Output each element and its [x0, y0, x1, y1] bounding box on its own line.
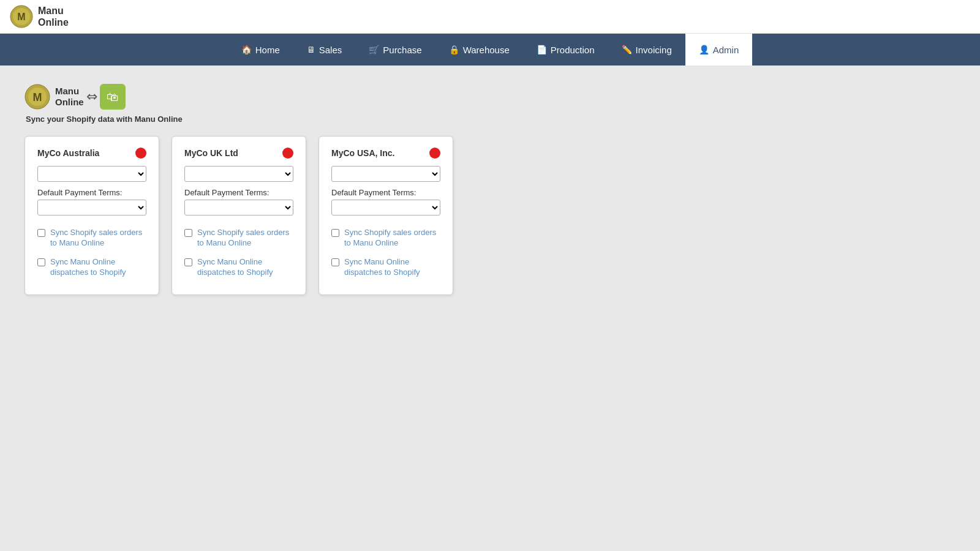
shopify-icon: 🛍 [100, 84, 126, 110]
invoicing-icon: ✏️ [622, 45, 632, 54]
checkbox-item-2b: Sync Manu Online dispatches to Shopify [184, 257, 293, 278]
card-myco-uk: MyCo UK Ltd Default Payment Terms: Sync … [172, 136, 306, 295]
checkbox-group-usa: Sync Shopify sales orders to Manu Online… [331, 228, 440, 278]
checkbox-group-uk: Sync Shopify sales orders to Manu Online… [184, 228, 293, 278]
card-header-australia: MyCo Australia [37, 148, 146, 159]
nav-item-sales[interactable]: 🖥 Sales [293, 34, 356, 66]
payment-terms-label-usa: Default Payment Terms: [331, 188, 440, 197]
card-myco-usa: MyCo USA, Inc. Default Payment Terms: Sy… [318, 136, 453, 295]
sync-arrows-icon: ⇔ [86, 89, 97, 105]
home-icon: 🏠 [241, 45, 252, 54]
status-dot-usa [429, 148, 440, 159]
card-header-usa: MyCo USA, Inc. [331, 148, 440, 159]
nav-item-warehouse[interactable]: 🔒 Warehouse [435, 34, 523, 66]
checkbox-label-sync-dispatches-usa[interactable]: Sync Manu Online dispatches to Shopify [344, 257, 440, 278]
status-dot-uk [282, 148, 293, 159]
card-title-uk: MyCo UK Ltd [184, 148, 238, 158]
nav-label-home: Home [255, 45, 280, 55]
checkbox-item-1c: Sync Shopify sales orders to Manu Online [331, 228, 440, 249]
card-header-uk: MyCo UK Ltd [184, 148, 293, 159]
dropdown1-usa[interactable] [331, 166, 440, 182]
status-dot-australia [135, 148, 146, 159]
checkbox-label-sync-dispatches-uk[interactable]: Sync Manu Online dispatches to Shopify [197, 257, 293, 278]
sync-intro: M ManuOnline ⇔ 🛍 Sync your Shopify data … [24, 84, 956, 124]
checkbox-sync-dispatches-australia[interactable] [37, 258, 45, 266]
nav-label-invoicing: Invoicing [636, 45, 672, 55]
sales-icon: 🖥 [307, 45, 315, 54]
checkbox-sync-orders-usa[interactable] [331, 229, 339, 237]
nav-bar: 🏠 Home 🖥 Sales 🛒 Purchase 🔒 Warehouse 📄 … [0, 34, 980, 66]
svg-text:M: M [17, 12, 25, 22]
checkbox-sync-orders-uk[interactable] [184, 229, 192, 237]
checkbox-group-australia: Sync Shopify sales orders to Manu Online… [37, 228, 146, 278]
checkbox-item-1b: Sync Shopify sales orders to Manu Online [184, 228, 293, 249]
checkbox-sync-dispatches-uk[interactable] [184, 258, 192, 266]
svg-text:M: M [33, 91, 42, 103]
nav-label-admin: Admin [713, 45, 739, 55]
logo-icon: M [10, 5, 33, 28]
checkbox-sync-dispatches-usa[interactable] [331, 258, 339, 266]
checkbox-item-2c: Sync Manu Online dispatches to Shopify [331, 257, 440, 278]
sync-icons-row: M ManuOnline ⇔ 🛍 [24, 84, 956, 110]
manu-logo-small-text: ManuOnline [55, 86, 84, 108]
logo-container: M Manu Online [10, 5, 69, 28]
checkbox-sync-orders-australia[interactable] [37, 229, 45, 237]
checkbox-label-sync-dispatches-australia[interactable]: Sync Manu Online dispatches to Shopify [50, 257, 146, 278]
sync-subtitle: Sync your Shopify data with Manu Online [26, 114, 956, 124]
payment-terms-label-uk: Default Payment Terms: [184, 188, 293, 197]
svg-text:🛍: 🛍 [107, 90, 119, 103]
nav-item-purchase[interactable]: 🛒 Purchase [355, 34, 435, 66]
logo-bar: M Manu Online [0, 0, 980, 34]
checkbox-item-2a: Sync Manu Online dispatches to Shopify [37, 257, 146, 278]
nav-item-production[interactable]: 📄 Production [523, 34, 608, 66]
manu-logo-small: M ManuOnline [24, 84, 84, 110]
checkbox-label-sync-orders-usa[interactable]: Sync Shopify sales orders to Manu Online [344, 228, 440, 249]
admin-icon: 👤 [699, 45, 709, 54]
nav-label-warehouse: Warehouse [463, 45, 510, 55]
nav-label-purchase: Purchase [383, 45, 421, 55]
dropdown2-australia[interactable] [37, 200, 146, 216]
payment-terms-label-australia: Default Payment Terms: [37, 188, 146, 197]
nav-item-home[interactable]: 🏠 Home [228, 34, 293, 66]
main-content: M ManuOnline ⇔ 🛍 Sync your Shopify data … [0, 66, 980, 313]
dropdown1-australia[interactable] [37, 166, 146, 182]
card-myco-australia: MyCo Australia Default Payment Terms: Sy… [24, 136, 159, 295]
checkbox-label-sync-orders-uk[interactable]: Sync Shopify sales orders to Manu Online [197, 228, 293, 249]
checkbox-item-1a: Sync Shopify sales orders to Manu Online [37, 228, 146, 249]
cards-container: MyCo Australia Default Payment Terms: Sy… [24, 136, 956, 295]
app-logo-text: Manu Online [38, 5, 69, 28]
production-icon: 📄 [537, 45, 547, 54]
nav-label-sales: Sales [319, 45, 342, 55]
warehouse-icon: 🔒 [449, 45, 459, 54]
dropdown2-usa[interactable] [331, 200, 440, 216]
card-title-australia: MyCo Australia [37, 148, 99, 158]
checkbox-label-sync-orders-australia[interactable]: Sync Shopify sales orders to Manu Online [50, 228, 146, 249]
nav-label-production: Production [551, 45, 595, 55]
nav-item-admin[interactable]: 👤 Admin [685, 34, 753, 66]
nav-item-invoicing[interactable]: ✏️ Invoicing [608, 34, 685, 66]
card-title-usa: MyCo USA, Inc. [331, 148, 394, 158]
purchase-icon: 🛒 [369, 45, 379, 54]
dropdown2-uk[interactable] [184, 200, 293, 216]
dropdown1-uk[interactable] [184, 166, 293, 182]
manu-logo-small-icon: M [24, 84, 50, 110]
